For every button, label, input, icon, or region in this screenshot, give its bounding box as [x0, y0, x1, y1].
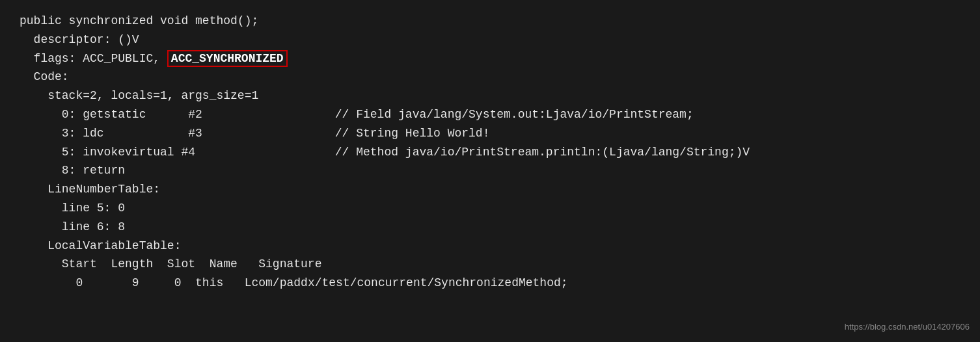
- code-line-9: 8: return: [20, 161, 960, 180]
- code-line-5: stack=2, locals=1, args_size=1: [20, 86, 960, 105]
- code-line-12: line 6: 8: [20, 218, 960, 237]
- code-line-3: flags: ACC_PUBLIC, ACC_SYNCHRONIZED: [20, 49, 960, 68]
- acc-synchronized-highlight: ACC_SYNCHRONIZED: [167, 50, 288, 67]
- code-line-4: Code:: [20, 68, 960, 86]
- code-line-1: public synchronized void method();: [20, 12, 960, 31]
- code-block: public synchronized void method(); descr…: [0, 0, 980, 342]
- watermark: https://blog.csdn.net/u014207606: [845, 321, 970, 334]
- code-line-8: 5: invokevirtual #4// Method java/io/Pri…: [20, 143, 960, 162]
- code-line-11: line 5: 0: [20, 199, 960, 218]
- code-line-6: 0: getstatic #2// Field java/lang/System…: [20, 105, 960, 124]
- code-line-10: LineNumberTable:: [20, 180, 960, 199]
- code-line-7: 3: ldc #3// String Hello World!: [20, 124, 960, 143]
- code-line-14: Start Length Slot Name Signature: [20, 255, 960, 274]
- code-line-13: LocalVariableTable:: [20, 237, 960, 256]
- code-line-2: descriptor: ()V: [20, 31, 960, 49]
- code-line-15: 0 9 0 this Lcom/paddx/test/concurrent/Sy…: [20, 274, 960, 293]
